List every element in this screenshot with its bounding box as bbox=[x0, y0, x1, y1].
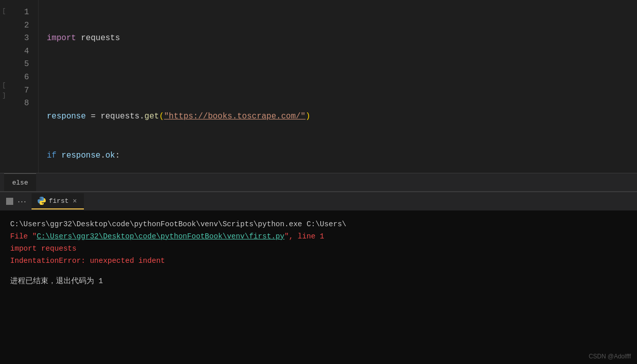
code-content[interactable]: import requests response = requests.get(… bbox=[39, 0, 637, 173]
terminal-area[interactable]: C:\Users\ggr32\Desktop\code\pythonFootBo… bbox=[0, 210, 637, 364]
else-tab[interactable]: else bbox=[4, 173, 36, 191]
stop-button[interactable] bbox=[6, 198, 13, 205]
terminal-controls-left: ⋯ bbox=[6, 197, 26, 206]
terminal-spacer bbox=[10, 267, 627, 276]
terminal-tab-first[interactable]: first × bbox=[32, 193, 84, 209]
watermark: CSDN @Adolfff bbox=[589, 353, 631, 360]
code-line-1: import requests bbox=[47, 32, 629, 45]
terminal-process-line: 进程已结束，退出代码为 1 bbox=[10, 276, 627, 288]
fold-gutter: [ [ ] bbox=[0, 0, 8, 173]
editor-tab-bar: else bbox=[0, 173, 637, 191]
terminal-header: ⋯ first × bbox=[0, 191, 637, 210]
terminal-error-line: IndentationError: unexpected indent bbox=[10, 255, 627, 267]
terminal-file-line: File "C:\Users\ggr32\Desktop\code\python… bbox=[10, 231, 627, 243]
python-icon bbox=[38, 197, 46, 205]
terminal-import-line: import requests bbox=[10, 243, 627, 255]
code-line-3: response = requests.get("https://books.t… bbox=[47, 110, 629, 124]
terminal-close-button[interactable]: × bbox=[72, 197, 78, 204]
editor-area: [ [ ] 1 2 3 4 5 6 7 8 import requests re… bbox=[0, 0, 637, 173]
terminal-tabs: first × bbox=[32, 193, 631, 209]
more-options-button[interactable]: ⋯ bbox=[17, 197, 26, 206]
code-line-4: if response.ok: bbox=[47, 149, 629, 163]
terminal-tab-label: first bbox=[49, 197, 69, 205]
terminal-path-line: C:\Users\ggr32\Desktop\code\pythonFootBo… bbox=[10, 219, 627, 231]
code-line-2 bbox=[47, 71, 629, 84]
line-numbers: 1 2 3 4 5 6 7 8 bbox=[8, 0, 39, 173]
